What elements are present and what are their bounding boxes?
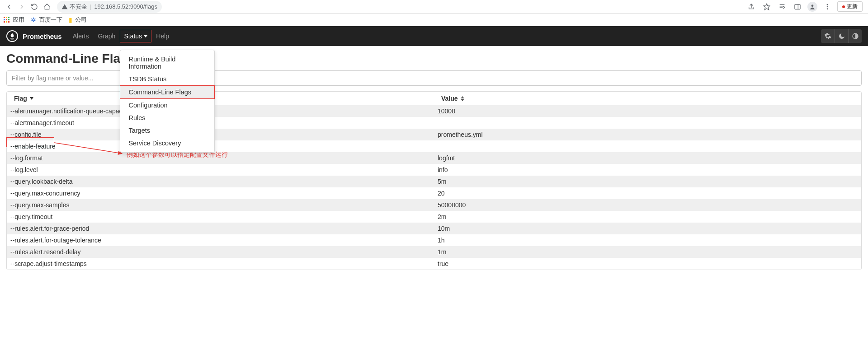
sort-desc-icon xyxy=(30,97,33,100)
col-flag[interactable]: Flag xyxy=(7,92,434,105)
dark-mode-icon[interactable] xyxy=(835,29,848,43)
forward-icon[interactable] xyxy=(15,0,28,13)
company-bookmark[interactable]: ▮ 公司 xyxy=(69,16,87,24)
menu-config[interactable]: Configuration xyxy=(120,99,214,112)
table-row: --query.timeout2m xyxy=(7,211,861,223)
prometheus-logo-icon xyxy=(6,30,18,42)
apps-bookmark[interactable]: 应用 xyxy=(4,16,24,24)
prometheus-navbar: Prometheus Alerts Graph Status Runtime &… xyxy=(0,26,868,46)
table-row: --rules.alert.resend-delay1m xyxy=(7,246,861,258)
table-row: --query.max-samples50000000 xyxy=(7,199,861,211)
cell-value: 1h xyxy=(434,234,861,246)
svg-point-6 xyxy=(811,5,814,7)
profile-avatar-icon[interactable] xyxy=(807,2,817,12)
cell-value xyxy=(434,140,861,152)
menu-icon[interactable] xyxy=(822,1,833,12)
omnibox-separator: | xyxy=(90,3,91,10)
url-text: 192.168.5.52:9090/flags xyxy=(94,3,157,10)
table-row: --rules.alert.for-outage-tolerance1h xyxy=(7,234,861,246)
cell-value: true xyxy=(434,258,861,270)
browser-right-controls: 更新 xyxy=(746,1,865,12)
cell-value: 2m xyxy=(434,211,861,223)
cell-flag: --query.lookback-delta xyxy=(7,176,434,187)
cell-flag: --alertmanager.notification-queue-capaci… xyxy=(7,105,434,117)
navbar-right-tools xyxy=(821,29,862,43)
company-label: 公司 xyxy=(75,16,87,24)
table-row: --rules.alert.for-grace-period10m xyxy=(7,223,861,234)
apps-label: 应用 xyxy=(13,16,24,24)
nav-graph[interactable]: Graph xyxy=(94,26,120,46)
menu-flags[interactable]: Command-Line Flags xyxy=(120,85,215,99)
menu-targets[interactable]: Targets xyxy=(120,124,214,137)
reading-list-icon[interactable] xyxy=(777,1,788,12)
table-row: --log.levelinfo xyxy=(7,164,861,176)
baidu-bookmark[interactable]: ✲ 百度一下 xyxy=(31,16,62,24)
cell-flag: --alertmanager.timeout xyxy=(7,117,434,129)
update-button[interactable]: 更新 xyxy=(837,1,863,12)
col-flag-label: Flag xyxy=(14,95,27,102)
folder-icon: ▮ xyxy=(69,16,72,23)
table-row: --query.lookback-delta5m xyxy=(7,176,861,187)
menu-sd[interactable]: Service Discovery xyxy=(120,137,214,149)
cell-flag: --config.file xyxy=(7,129,434,140)
share-icon[interactable] xyxy=(746,1,757,12)
status-dropdown: Runtime & Build Information TSDB Status … xyxy=(120,50,215,153)
svg-rect-10 xyxy=(10,38,14,38)
svg-point-9 xyxy=(827,8,828,9)
reload-icon[interactable] xyxy=(28,0,41,13)
cell-value: info xyxy=(434,164,861,176)
cell-value xyxy=(434,117,861,129)
menu-runtime[interactable]: Runtime & Build Information xyxy=(120,53,214,73)
svg-rect-4 xyxy=(795,4,800,9)
cell-flag: --scrape.adjust-timestamps xyxy=(7,258,434,270)
table-row: --scrape.adjust-timestampstrue xyxy=(7,258,861,270)
svg-rect-11 xyxy=(11,39,13,39)
baidu-label: 百度一下 xyxy=(39,16,62,24)
brand[interactable]: Prometheus xyxy=(6,30,62,42)
cell-value: 10m xyxy=(434,223,861,234)
cell-flag: --rules.alert.for-grace-period xyxy=(7,223,434,234)
svg-point-7 xyxy=(827,4,828,5)
omnibox[interactable]: 不安全 | 192.168.5.52:9090/flags xyxy=(57,1,162,13)
insecure-label: 不安全 xyxy=(70,3,87,11)
cell-value: 1m xyxy=(434,246,861,258)
col-value[interactable]: Value xyxy=(434,92,861,105)
cell-value: 10000 xyxy=(434,105,861,117)
cell-value: prometheus.yml xyxy=(434,129,861,140)
cell-value: 5m xyxy=(434,176,861,187)
nav-status-label: Status xyxy=(124,33,142,40)
col-value-label: Value xyxy=(441,95,458,102)
insecure-warning: 不安全 xyxy=(61,3,87,11)
menu-tsdb[interactable]: TSDB Status xyxy=(120,73,214,85)
cell-value: logfmt xyxy=(434,152,861,164)
update-label: 更新 xyxy=(847,3,858,10)
table-row: --query.max-concurrency20 xyxy=(7,187,861,199)
cell-flag: --query.max-samples xyxy=(7,199,434,211)
sort-both-icon xyxy=(461,96,464,101)
cell-flag: --rules.alert.for-outage-tolerance xyxy=(7,234,434,246)
update-dot-icon xyxy=(842,5,845,8)
home-icon[interactable] xyxy=(41,0,53,13)
cell-flag: --query.max-concurrency xyxy=(7,187,434,199)
bookmarks-bar: 应用 ✲ 百度一下 ▮ 公司 xyxy=(0,14,868,26)
star-icon[interactable] xyxy=(761,1,772,12)
nav-help[interactable]: Help xyxy=(151,26,174,46)
apps-grid-icon xyxy=(4,17,10,23)
side-panel-icon[interactable] xyxy=(792,1,803,12)
brand-text: Prometheus xyxy=(23,33,62,40)
svg-marker-0 xyxy=(764,4,769,9)
settings-icon[interactable] xyxy=(821,29,835,43)
contrast-icon[interactable] xyxy=(848,29,862,43)
cell-flag: --query.timeout xyxy=(7,211,434,223)
svg-point-8 xyxy=(827,6,828,7)
cell-flag: --log.level xyxy=(7,164,434,176)
nav-status[interactable]: Status xyxy=(120,30,151,42)
caret-down-icon xyxy=(144,35,147,37)
menu-rules[interactable]: Rules xyxy=(120,112,214,124)
nav-alerts[interactable]: Alerts xyxy=(68,26,94,46)
browser-toolbar: 不安全 | 192.168.5.52:9090/flags 更新 xyxy=(0,0,868,14)
cell-value: 50000000 xyxy=(434,199,861,211)
back-icon[interactable] xyxy=(3,0,15,13)
baidu-paw-icon: ✲ xyxy=(31,16,36,23)
cell-flag: --rules.alert.resend-delay xyxy=(7,246,434,258)
